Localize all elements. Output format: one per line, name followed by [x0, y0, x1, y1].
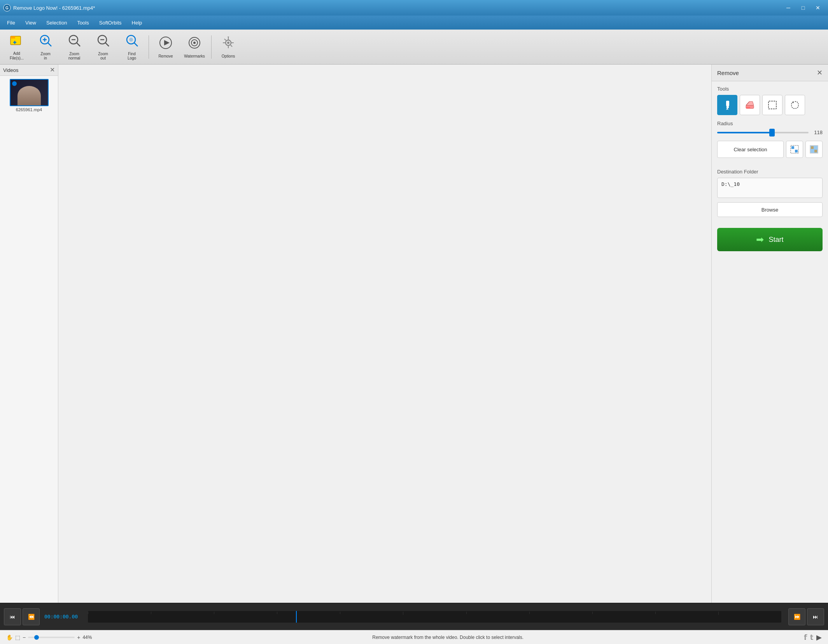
select-all-button[interactable]	[786, 141, 803, 158]
timeline-playhead[interactable]	[296, 611, 297, 623]
title-bar-controls: ─ □ ✕	[781, 2, 825, 14]
minimize-button[interactable]: ─	[781, 2, 795, 14]
svg-line-15	[105, 43, 109, 46]
step-forward-button[interactable]: ⏩	[788, 608, 805, 625]
svg-rect-41	[768, 101, 776, 109]
zoom-slider-thumb[interactable]	[34, 635, 39, 640]
svg-rect-44	[795, 150, 798, 152]
timeline-area: ⏮ ⏪ 00:00:00.00 ⏩ ⏭	[0, 603, 828, 630]
zoom-out-label: Zoomout	[98, 52, 108, 60]
skip-to-start-button[interactable]: ⏮	[4, 608, 21, 625]
thumbnail-image	[10, 79, 49, 106]
title-bar: G Remove Logo Now! - 6265961.mp4* ─ □ ✕	[0, 0, 828, 16]
radius-value: 118	[812, 130, 823, 135]
timeline-left-controls: ⏮ ⏪ 00:00:00.00	[0, 608, 85, 625]
svg-rect-40	[746, 107, 750, 108]
add-files-button[interactable]: AddFile(s)...	[3, 32, 30, 62]
options-button[interactable]: Options	[215, 32, 242, 62]
videos-panel-close[interactable]: ✕	[50, 67, 55, 73]
svg-rect-36	[726, 106, 729, 108]
zoom-normal-label: Zoomnormal	[68, 52, 81, 60]
svg-marker-38	[746, 102, 754, 105]
status-bar: ✋ ⬚ − + 44% Remove watermark from the wh…	[0, 630, 828, 644]
timeline-track[interactable]	[88, 611, 781, 623]
menu-help[interactable]: Help	[127, 18, 147, 27]
rect-select-tool-button[interactable]	[762, 95, 782, 115]
svg-rect-35	[726, 101, 729, 106]
close-button[interactable]: ✕	[811, 2, 825, 14]
tools-row	[717, 95, 823, 115]
restore-button[interactable]: □	[796, 2, 810, 14]
zoom-in-button[interactable]: Zoomin	[32, 32, 59, 62]
videos-panel-header: Videos ✕	[0, 65, 58, 76]
svg-line-30	[224, 39, 226, 40]
menu-selection[interactable]: Selection	[42, 18, 72, 27]
facebook-icon[interactable]: 𝕗	[804, 633, 807, 642]
browse-button[interactable]: Browse	[717, 202, 823, 217]
zoom-normal-icon	[67, 33, 81, 50]
menu-tools[interactable]: Tools	[72, 18, 93, 27]
find-logo-button[interactable]: FindLogo	[118, 32, 145, 62]
radius-slider-thumb[interactable]	[769, 129, 775, 136]
twitter-icon[interactable]: 𝕥	[810, 633, 813, 642]
radius-label: Radius	[717, 121, 823, 126]
right-panel-title: Remove	[717, 70, 739, 76]
svg-line-12	[77, 43, 80, 46]
zoom-in-status-icon[interactable]: +	[77, 634, 80, 640]
radius-slider[interactable]	[717, 132, 809, 133]
right-panel: Remove ✕ Tools	[711, 65, 828, 603]
thumbnail-label: 6265961.mp4	[16, 107, 42, 112]
svg-rect-3	[11, 36, 15, 38]
toolbar-separator	[149, 35, 149, 59]
eraser-tool-button[interactable]	[740, 95, 760, 115]
watermarks-button[interactable]: Watermarks	[181, 32, 208, 62]
svg-line-31	[231, 45, 232, 47]
menu-file[interactable]: File	[2, 18, 20, 27]
watermarks-icon	[187, 36, 201, 52]
menu-softorbits[interactable]: SoftOrbits	[95, 18, 126, 27]
right-panel-header: Remove ✕	[712, 65, 828, 81]
options-icon	[221, 36, 235, 52]
menu-view[interactable]: View	[21, 18, 41, 27]
menu-bar: File View Selection Tools SoftOrbits Hel…	[0, 16, 828, 30]
zoom-slider[interactable]	[28, 637, 75, 638]
remove-icon	[159, 36, 173, 52]
svg-point-17	[129, 38, 133, 42]
youtube-icon[interactable]: ▶	[816, 633, 822, 642]
svg-marker-20	[164, 40, 170, 46]
skip-to-end-button[interactable]: ⏭	[807, 608, 824, 625]
destination-folder-input[interactable]: D:\_10	[717, 178, 823, 198]
lasso-tool-button[interactable]	[785, 95, 805, 115]
clear-selection-button[interactable]: Clear selection	[717, 141, 784, 158]
remove-button[interactable]: Remove	[152, 32, 179, 62]
options-label: Options	[222, 54, 235, 58]
select-invert-button[interactable]	[805, 141, 823, 158]
svg-rect-47	[814, 150, 817, 152]
window-title: Remove Logo Now! - 6265961.mp4*	[13, 5, 95, 11]
step-back-button[interactable]: ⏪	[23, 608, 40, 625]
timeline-timecode: 00:00:00.00	[41, 614, 81, 620]
svg-rect-46	[811, 146, 814, 149]
main-container: Videos ✕ 6265961.mp4	[0, 65, 828, 603]
watermarks-label: Watermarks	[184, 54, 205, 58]
right-panel-close[interactable]: ✕	[817, 68, 823, 77]
select-icon[interactable]: ⬚	[15, 634, 20, 640]
zoom-controls: ✋ ⬚ − + 44%	[6, 634, 92, 640]
svg-rect-43	[791, 146, 794, 149]
videos-panel-title: Videos	[3, 67, 19, 73]
pan-icon[interactable]: ✋	[6, 634, 13, 640]
svg-line-18	[134, 43, 138, 46]
title-bar-left: G Remove Logo Now! - 6265961.mp4*	[3, 4, 95, 12]
video-thumbnail-item[interactable]: 6265961.mp4	[10, 79, 49, 112]
clear-selection-row: Clear selection	[717, 141, 823, 158]
find-logo-icon	[125, 33, 139, 50]
destination-folder-label: Destination Folder	[717, 169, 823, 175]
start-button[interactable]: ➡ Start	[717, 228, 823, 251]
toolbar: AddFile(s)... Zoomin Zoomnormal	[0, 30, 828, 65]
zoom-normal-button[interactable]: Zoomnormal	[61, 32, 88, 62]
brush-tool-button[interactable]	[717, 95, 737, 115]
zoom-out-button[interactable]: Zoomout	[89, 32, 117, 62]
zoom-out-icon[interactable]: −	[23, 634, 26, 640]
add-files-icon	[10, 33, 24, 50]
app-icon: G	[3, 4, 11, 12]
